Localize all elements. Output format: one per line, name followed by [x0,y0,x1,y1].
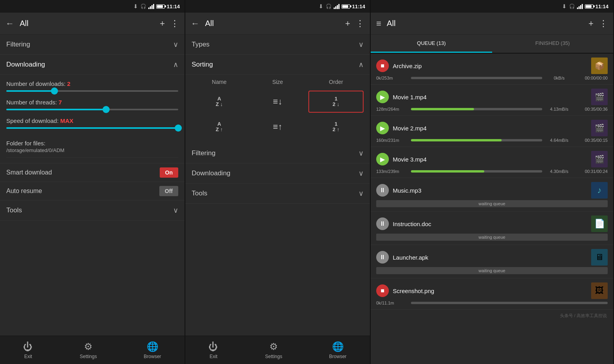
dl-sizes-7: 0k/11.1m [376,301,408,305]
dl-thumb-2: 🎬 [591,120,608,136]
hamburger-button-3[interactable]: ≡ [376,19,381,29]
queue-list: ■ Archive.zip 📦 0k/253m 0kB/s 00:00/00:0… [371,54,613,364]
pause-button-6[interactable]: ⏸ [376,251,389,264]
panel1-content: Filtering ∨ Downloading ∧ Number of down… [0,35,185,336]
filtering-chevron: ∨ [173,40,178,49]
dl-thumb-4: ♪ [591,182,608,199]
settings-nav-1[interactable]: ⚙ Settings [80,341,97,359]
sort-name-desc[interactable]: A Z ↓ [192,91,247,113]
dl-fill-3 [411,170,484,173]
headphone-icon: 🎧 [140,4,146,9]
doc-icon: 📄 [594,219,605,229]
speed-label: Speed of download: MAX [6,117,178,124]
tools2-chevron: ∨ [358,189,364,198]
play-button-2[interactable]: ▶ [376,122,389,134]
threads-label: Number of threads: 7 [6,99,178,106]
smart-download-label: Smart download [6,169,52,176]
signal-icon-3 [577,4,583,9]
types-label: Types [192,41,209,48]
speed-slider[interactable] [6,127,178,129]
folder-path: /storage/emulated/0/ADM [6,147,178,153]
types-section-header[interactable]: Types ∨ [185,35,370,55]
downloads-thumb[interactable] [51,87,58,95]
dl-time-1: 00:35/00:36 [576,107,608,111]
back-button-2[interactable]: ← [191,19,200,29]
status-time-2: 11:14 [352,4,365,9]
watermark: 头条号 / 高效率工具控说 [371,310,613,322]
downloads-slider[interactable] [6,90,178,92]
exit-nav-2[interactable]: ⏻ Exit [209,341,218,359]
filtering2-label: Filtering [192,149,215,157]
downloads-value: 2 [67,80,70,87]
threads-slider[interactable] [6,109,178,110]
sort-order-asc[interactable]: 1 2 ↑ [308,116,364,138]
downloading-body: Number of downloads: 2 Number of threads… [0,75,185,163]
dots-button-3[interactable]: ⋮ [599,19,608,29]
panel2-content: Types ∨ Sorting ∧ Name Size Order A Z [185,35,370,336]
play-button-1[interactable]: ▶ [376,91,389,103]
tools-section-header[interactable]: Tools ∨ [0,201,185,221]
dl-fill-1 [411,108,474,110]
signal-icon [148,4,154,9]
dl-progress-0 [411,77,542,79]
pause-button-5[interactable]: ⏸ [376,217,389,230]
tools-label: Tools [6,206,22,214]
dl-name-4: Music.mp3 [393,187,422,194]
speed-thumb[interactable] [175,124,182,132]
downloading-label: Downloading [6,61,45,69]
browser-nav-1[interactable]: 🌐 Browser [144,341,161,359]
dl-time-2: 00:35/00:15 [576,138,608,143]
gear-icon-1: ⚙ [84,341,93,352]
status-bar-1: ⬇ 🎧 11:14 [0,0,185,13]
downloading-section-header[interactable]: Downloading ∧ [0,55,185,75]
music-icon: ♪ [597,185,602,195]
sort-size-asc[interactable]: ≡↑ [250,116,305,138]
exit-nav-1[interactable]: ⏻ Exit [23,341,33,359]
downloading2-section-header[interactable]: Downloading ∨ [185,163,370,184]
tools2-label: Tools [192,189,207,197]
filtering2-section-header[interactable]: Filtering ∨ [185,143,370,163]
downloads-slider-row: Number of downloads: 2 [6,80,178,92]
stop-button-7[interactable]: ■ [376,284,389,297]
pause-button-4[interactable]: ⏸ [376,184,389,197]
status-time-1: 11:14 [167,4,180,9]
waiting-badge-5: waiting queue [376,234,608,241]
sort-name-asc[interactable]: A Z ↑ [192,116,247,138]
sort-order-desc[interactable]: 1 2 ↓ [308,91,364,113]
filtering-label: Filtering [6,41,30,48]
app-bar-3: ≡ All + ⋮ [371,13,613,35]
tab-finished[interactable]: FINISHED (35) [492,35,614,53]
smart-download-toggle[interactable]: On [160,167,178,178]
dl-speed-0: 0kB/s [545,76,573,80]
threads-thumb[interactable] [103,106,110,113]
sort-size-desc[interactable]: ≡↓ [250,91,305,113]
menu-button-2[interactable]: ⋮ [356,19,364,29]
image-icon: 🖼 [595,286,604,296]
folder-row: Folder for files: /storage/emulated/0/AD… [6,136,178,158]
filtering-section-header[interactable]: Filtering ∨ [0,35,185,55]
auto-resume-toggle[interactable]: Off [159,186,178,196]
sort-size-asc-icon: ≡↑ [273,122,282,132]
tab-queue[interactable]: QUEUE (13) [371,35,492,53]
play-button-3[interactable]: ▶ [376,153,389,165]
browser-nav-2[interactable]: 🌐 Browser [329,341,347,359]
status-bar-2: ⬇ 🎧 11:14 [185,0,370,13]
settings-nav-2[interactable]: ⚙ Settings [265,341,282,359]
tools2-section-header[interactable]: Tools ∨ [185,184,370,204]
sorting-section-header[interactable]: Sorting ∧ [185,55,370,75]
sort-size-desc-icon: ≡↓ [273,97,282,107]
add-button-3[interactable]: + [588,19,593,29]
dl-name-7: Screenshot.png [393,288,434,294]
settings-label-2: Settings [265,354,282,359]
stop-button-0[interactable]: ■ [376,59,389,72]
add-button-2[interactable]: + [345,19,350,29]
tabs-row: QUEUE (13) FINISHED (35) [371,35,613,54]
list-item: ■ Screenshot.png 🖼 0k/11.1m [371,279,613,310]
filtering2-chevron: ∨ [358,149,364,158]
threads-fill [6,109,106,110]
menu-button-1[interactable]: ⋮ [170,19,179,29]
dl-name-5: Instruction.doc [393,221,431,227]
back-button-1[interactable]: ← [6,19,14,29]
add-button-1[interactable]: + [160,19,165,29]
list-item: ⏸ Instruction.doc 📄 waiting queue [371,212,613,245]
